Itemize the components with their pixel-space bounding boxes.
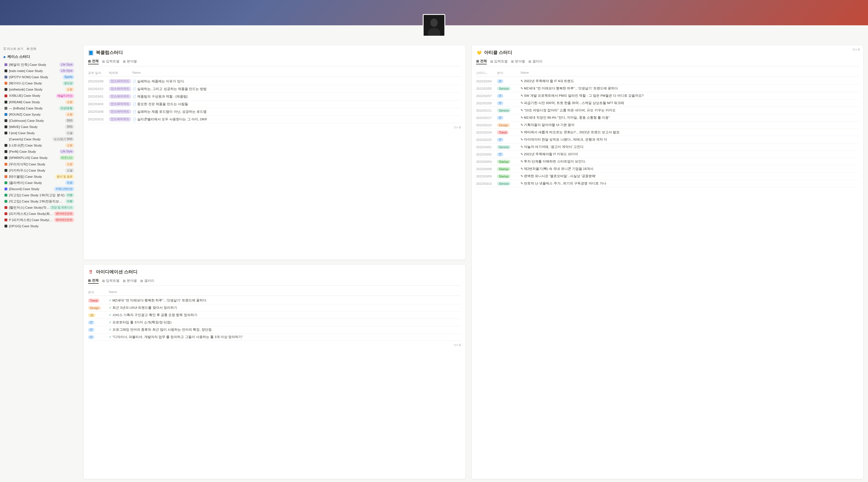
table-row[interactable]: 2022/03/03 인스파이어드 📄중요한 것은 제품을 만드는 사람들 bbox=[88, 100, 461, 108]
content-area: 📘 북클럽스터디 ⊞ 전체 ⊞ 입력토별 ⊞ 분야별 공부 일자 책제목 Nam… bbox=[79, 42, 868, 482]
sidebar-item-tag: Life Style bbox=[59, 62, 74, 67]
sidebar-list-item[interactable]: [SPOTV NOW] Case Study Sports bbox=[3, 74, 75, 80]
as-tab-gallery[interactable]: ⊞ 갤러리 bbox=[528, 59, 542, 64]
table-row[interactable]: 2022/03/02 IT ✎2022년 주목해야할 IT 키워드 10가지 bbox=[476, 151, 859, 158]
sidebar-list-item[interactable]: [WAVE] Case Study SNS bbox=[3, 124, 75, 130]
sidebar-list-item[interactable]: [Careerly] Case Study 뉴스/읽기 SNS bbox=[3, 136, 75, 142]
pencil-icon: ✎ bbox=[521, 182, 523, 185]
sidebar-list-item[interactable]: [Clubhouse] Case Study SNS bbox=[3, 118, 75, 124]
sidebar-item-dot bbox=[4, 138, 7, 141]
sidebar-list-item[interactable]: [ROUNZ] Case Syudy 쇼핑 bbox=[3, 111, 75, 118]
table-row[interactable]: 2022/02/07 IT ✎SW 개발 프로젝트에서 PM의 달라진 역할 -… bbox=[476, 92, 859, 99]
table-row[interactable]: 2022/03/01 Service ✎야놀자·여기어때, '광고이 계약서' … bbox=[476, 143, 859, 151]
sidebar-item-dot bbox=[4, 69, 7, 72]
sidebar-list-item[interactable]: f [eot] Case Study 소셜 bbox=[3, 130, 75, 136]
row-tag: IT bbox=[88, 328, 107, 332]
sidebar-list-item[interactable]: [Perfit] Case Study Life Style bbox=[3, 149, 75, 155]
sidebar-list-item[interactable]: [SPARKPLUS] Case Study 비즈니스 bbox=[3, 155, 75, 161]
as-tab-field[interactable]: ⊞ 분야별 bbox=[511, 59, 525, 64]
sidebar-item-dot bbox=[4, 144, 7, 147]
table-row[interactable]: JD ✓서비스 기획자 구인광고 확인 후 공통 요청 항목 정의하기 bbox=[88, 311, 461, 319]
is-tab-all[interactable]: ⊞ 전체 bbox=[88, 278, 99, 284]
sidebar-item-dot bbox=[4, 82, 7, 85]
table-row[interactable]: 2022/02/22 인스파이어드 📄실패하는, 그리고 성공하는 제품을 만드… bbox=[88, 85, 461, 93]
sidebar-list-item[interactable]: [헬린저스] Case Study(작성 중) 건강 및 피트니스 bbox=[3, 205, 75, 211]
table-row[interactable]: 2022/03/04 Startup ✎투자 단계를 이해하면 스타트업이 보인… bbox=[476, 158, 859, 165]
table-row[interactable]: 2022/02/05 Service ✎MZ세대 "먼 미래보다 행복한 하루"… bbox=[476, 85, 859, 92]
row-tag: Design bbox=[88, 306, 107, 310]
sidebar-list-item[interactable]: [onthelook] Case Study 쇼핑 bbox=[3, 86, 75, 92]
row-date: 2022/03/10 bbox=[476, 182, 496, 185]
sidebar-list-item[interactable]: [직고잉] Case Study 2부(전동킥보드 서비스의 현재와 그 미래)… bbox=[3, 198, 75, 205]
sidebar-list-item[interactable]: [KREAM] Case Study 쇼핑 bbox=[3, 99, 75, 105]
row-tag: 인스파이어드 bbox=[109, 94, 131, 99]
row-title: ✓프로토타입 툴 3가지 소개(특징/장·단점) bbox=[109, 320, 461, 325]
table-row[interactable]: 2022/03/08 인스파이어드 📄실패하는 제품 로드맵이 아닌, 성공하는… bbox=[88, 108, 461, 116]
sidebar-item-tag: 엔터테인먼트 bbox=[54, 211, 74, 216]
table-row[interactable]: 2022/02/22 Design ✎기획자들이 알아야할 UI 기본 용어 bbox=[476, 121, 859, 129]
table-row[interactable]: 2022/02/25 IT ✎마이데이터 한달 성적표 나왔다...빅테크, 은… bbox=[476, 136, 859, 143]
row-title: ✎2022년 주목해야 할 IT 4대 트렌드 bbox=[521, 79, 859, 83]
table-row[interactable]: IT ✓프로그래밍 언어의 종류와 최근 많이 사용하는 언어의 특징, 장단점 bbox=[88, 326, 461, 333]
sidebar-list-item[interactable]: [테이블링] Case Study 음식 및 음료 bbox=[3, 174, 75, 180]
table-row[interactable]: 2022/03/10 Service ✎반토막 난 넷플릭스 주가...위기의 … bbox=[476, 180, 859, 187]
table-row[interactable]: IT ✓프로토타입 툴 3가지 소개(특징/장·단점) bbox=[88, 319, 461, 326]
table-row[interactable]: 2022/03/09 Startup ✎완벽한 유니시은 '엘로모바일'...사… bbox=[476, 173, 859, 180]
sidebar-all-view[interactable]: ⊞ 전체 bbox=[27, 47, 36, 51]
is-tab-input[interactable]: ⊞ 입력토별 bbox=[102, 278, 120, 284]
table-row[interactable]: 2022/02/24 Trend ✎메타에서 새롭게 떠오르는 문화는?... … bbox=[476, 129, 859, 136]
bcs-tab-input[interactable]: ⊞ 입력토별 bbox=[102, 59, 120, 64]
sidebar-list-item[interactable]: [올라케이] Case Study 의료 bbox=[3, 180, 75, 186]
sidebar-list-item[interactable]: XXBLUE] Case Study 예술/디자인 bbox=[3, 92, 75, 99]
table-row[interactable]: Trend ✓MZ세대 "먼 미래보다 행복한 하루"...'갓생살기' 트렌드… bbox=[88, 297, 461, 304]
sidebar-list-item[interactable]: — [InBody] Case Study 건강/운동 bbox=[3, 105, 75, 111]
as-tab-input[interactable]: ⊞ 입력토별 bbox=[490, 59, 508, 64]
sidebar-list-item[interactable]: [헤달의 민족] Case Study Life Style bbox=[3, 62, 75, 68]
row-tag: Startup bbox=[497, 174, 520, 178]
sidebar-item-dot bbox=[4, 175, 7, 178]
row-date: 2022/02/09 bbox=[88, 80, 107, 83]
sidebar-list-view[interactable]: ☰ 리스트 보기 bbox=[3, 47, 23, 51]
row-title: ✎반토막 난 넷플릭스 주가...위기의 구독경쟁 어디로 가나 bbox=[521, 181, 859, 186]
row-title: ✎마이데이터 한달 성적표 나왔다...빅테크, 은행과 격차 더 bbox=[521, 138, 859, 142]
pencil-icon: ✎ bbox=[521, 94, 523, 97]
row-title: ✎SW 개발 프로젝트에서 PM의 달라진 역할 - 그 많은 PM들은 다 어… bbox=[521, 94, 859, 98]
table-row[interactable]: 2022/02/04 IT ✎2022년 주목해야 할 IT 4대 트렌드 bbox=[476, 78, 859, 85]
sidebar-list-item[interactable]: [나르내콘] Case Study 쇼핑 bbox=[3, 142, 75, 149]
table-row[interactable]: 2022/02/09 IT ✎파급기한 사진 830억, 트윗 한줄 35억..… bbox=[476, 99, 859, 107]
table-row[interactable]: 2022/02/09 인스파이어드 📄실패하는 제품에는 이유가 있다. bbox=[88, 78, 461, 85]
sidebar-list-item[interactable]: [카카하우스] Case Study 소셜 bbox=[3, 167, 75, 174]
table-row[interactable]: 2022/02/17 IT ✎MZ세대 직장인 88.4% "잔디, 지마일, … bbox=[476, 114, 859, 121]
sidebar-item-label: [테이블링] Case Study bbox=[9, 174, 42, 179]
table-row[interactable]: 2022/03/08 Startup ✎제2번차올기(빽) 속 국내 유니콘 기… bbox=[476, 165, 859, 173]
header-banner bbox=[0, 0, 868, 25]
sidebar-list-item[interactable]: [헤이비니] Case Study 생산성 bbox=[3, 80, 75, 86]
table-row[interactable]: 2022/02/11 Service ✎"10조 라방시장 잡아라" 쇼룸 띄운… bbox=[476, 107, 859, 114]
is-tab-field[interactable]: ⊞ 분야별 bbox=[123, 278, 137, 284]
bcs-tab-all[interactable]: ⊞ 전체 bbox=[88, 59, 99, 64]
row-title: ✓최근 3년의 UXUI 트렌드를 찾아서 정리하기 bbox=[109, 306, 461, 310]
pencil-icon: ✎ bbox=[521, 167, 523, 171]
sidebar-list-item[interactable]: [우리의식탁] Case Study 쇼핑 bbox=[3, 161, 75, 167]
row-date: 2022/03/10 bbox=[88, 118, 107, 121]
sidebar-list-item[interactable]: [todo mate] Case Study Life Style bbox=[3, 68, 75, 74]
bcs-title: 북클럽스터디 bbox=[96, 50, 123, 56]
is-tab-gallery[interactable]: ⊞ 갤러리 bbox=[140, 278, 154, 284]
sidebar-list-item[interactable]: [OP.GG] Case Study bbox=[3, 223, 75, 229]
table-row[interactable]: 2022/03/01 인스파이어드 📄제품팀의 구성원과 역할 - [제품팀] bbox=[88, 93, 461, 100]
sidebar-list-item[interactable]: [직고잉] Case Study 1부(직고잉 분석) 여행 bbox=[3, 192, 75, 198]
table-row[interactable]: Design ✓최근 3년의 UXUI 트렌드를 찾아서 정리하기 bbox=[88, 304, 461, 311]
table-row[interactable]: IT ✓"디자이너, 파블리셔, 개발자의 업무 를 정의하고 그들이 사용하는… bbox=[88, 333, 461, 341]
sidebar-list-item[interactable]: P [피키캐스트] Csae Study(절망편) 엔터테인먼트 bbox=[3, 217, 75, 223]
as-tab-all[interactable]: ⊞ 전체 bbox=[476, 59, 487, 64]
sidebar-item-tag: 쇼핑 bbox=[65, 87, 74, 92]
sidebar-item-label: [나르내콘] Case Study bbox=[9, 143, 42, 148]
bcs-tab-field[interactable]: ⊞ 분야별 bbox=[123, 59, 137, 64]
sidebar-item-dot bbox=[4, 131, 7, 134]
table-row[interactable]: 2022/03/10 인스파이어드 📄실리콘밸리에서 모두 사용한다는 그 아이… bbox=[88, 116, 461, 123]
sidebar: ☰ 리스트 보기 ⊞ 전체 ■ 케이스 스터디 [헤달의 민족] Case St… bbox=[0, 42, 79, 482]
row-tag: Service bbox=[497, 87, 520, 91]
sidebar-list-item[interactable]: [Discord] Case Study 커뮤니케이션 bbox=[3, 186, 75, 192]
pencil-icon: ✎ bbox=[521, 174, 523, 178]
sidebar-list-item[interactable]: [피키캐스트] Case Study(희망편) 엔터테인먼트 bbox=[3, 211, 75, 217]
